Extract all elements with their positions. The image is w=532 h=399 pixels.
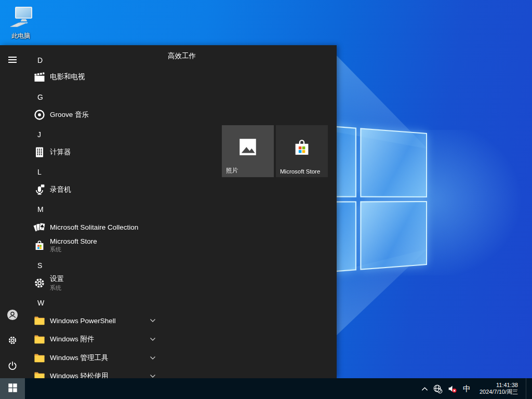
app-label: Windows 管理工具 — [50, 353, 109, 363]
section-letter-label: G — [37, 93, 43, 101]
folder-icon — [33, 352, 46, 364]
section-letter-label: S — [37, 261, 42, 270]
user-account-button[interactable] — [7, 310, 18, 321]
app-label: Windows 附件 — [50, 335, 95, 344]
calculator-icon — [33, 146, 46, 158]
app-item[interactable]: 计算器 — [25, 143, 166, 161]
app-item[interactable]: Microsoft Solitaire Collection — [25, 218, 166, 236]
chevron-down-icon[interactable] — [150, 318, 156, 323]
clock-time: 11:41:38 — [480, 382, 518, 389]
clock-date: 2024/7/10/周三 — [480, 389, 518, 396]
taskbar-clock[interactable]: 11:41:38 2024/7/10/周三 — [476, 382, 521, 396]
this-pc-icon — [7, 22, 34, 31]
app-label: Microsoft Solitaire Collection — [50, 223, 138, 231]
this-pc-label: 此电脑 — [5, 32, 36, 41]
volume-muted-icon[interactable] — [447, 384, 457, 394]
app-label: Microsoft Store — [50, 237, 97, 245]
logo-pane — [360, 201, 427, 270]
app-item[interactable]: 电影和电视 — [25, 68, 166, 86]
section-letter-J[interactable]: J — [25, 127, 166, 142]
section-letter-label: D — [37, 56, 43, 64]
start-menu-rail — [0, 45, 25, 378]
tile-photos[interactable]: 照片 — [222, 125, 274, 177]
folder-item[interactable]: Windows 附件 — [25, 330, 166, 348]
ime-indicator[interactable]: 中 — [462, 384, 472, 394]
tile-label: 照片 — [226, 167, 273, 175]
logo-pane — [360, 128, 427, 197]
app-item[interactable]: 设置系统 — [25, 272, 166, 294]
section-letter-W[interactable]: W — [25, 295, 166, 311]
start-menu-app-list: D电影和电视GGroove 音乐J计算器L录音机MMicrosoft Solit… — [25, 45, 166, 378]
chevron-down-icon[interactable] — [150, 374, 156, 378]
chevron-down-icon[interactable] — [150, 356, 156, 360]
tile-group-title[interactable]: 高效工作 — [168, 49, 196, 63]
movies-tv-icon — [33, 71, 46, 83]
hamburger-menu-button[interactable] — [7, 55, 18, 66]
folder-item[interactable]: Windows 管理工具 — [25, 349, 166, 367]
tile-label: Microsoft Store — [280, 168, 327, 175]
power-button[interactable] — [7, 361, 18, 372]
show-desktop-button[interactable] — [526, 378, 529, 399]
store-icon — [290, 136, 313, 158]
app-label: 计算器 — [50, 148, 71, 157]
hamburger-icon — [7, 55, 18, 66]
settings-gear-icon — [33, 277, 46, 289]
section-letter-label: M — [37, 205, 44, 214]
folder-item[interactable]: Windows PowerShell — [25, 312, 166, 329]
app-label: 设置 — [50, 274, 64, 284]
folder-icon — [33, 370, 46, 378]
section-letter-M[interactable]: M — [25, 202, 166, 217]
section-letter-G[interactable]: G — [25, 89, 166, 105]
app-item[interactable]: 录音机 — [25, 181, 166, 198]
taskbar: 中 11:41:38 2024/7/10/周三 — [0, 378, 532, 399]
app-label: 电影和电视 — [50, 72, 85, 82]
section-letter-label: W — [37, 299, 44, 307]
chevron-up-icon[interactable] — [421, 387, 428, 391]
photos-icon — [237, 136, 259, 158]
tile-microsoft-store[interactable]: Microsoft Store — [276, 125, 328, 177]
app-item[interactable]: Microsoft Store系统 — [25, 234, 166, 256]
this-pc-shortcut[interactable]: 此电脑 — [5, 6, 36, 41]
system-tray: 中 11:41:38 2024/7/10/周三 — [421, 378, 532, 399]
folder-icon — [33, 333, 46, 345]
app-label: Groove 音乐 — [50, 110, 89, 119]
section-letter-label: J — [37, 130, 41, 139]
section-letter-label: L — [37, 168, 42, 176]
windows-logo-icon — [7, 382, 18, 395]
section-letter-S[interactable]: S — [25, 258, 166, 273]
start-menu: D电影和电视GGroove 音乐J计算器L录音机MMicrosoft Solit… — [0, 45, 337, 378]
solitaire-icon — [33, 221, 46, 233]
user-icon — [7, 309, 18, 322]
app-sublabel: 系统 — [50, 246, 97, 254]
power-icon — [7, 361, 18, 373]
app-label: Windows PowerShell — [50, 317, 116, 325]
voice-recorder-icon — [33, 183, 46, 196]
folder-item[interactable]: Windows 轻松使用 — [25, 367, 166, 378]
app-label: Windows 轻松使用 — [50, 371, 109, 378]
section-letter-D[interactable]: D — [25, 52, 166, 68]
settings-rail-button[interactable] — [7, 335, 18, 347]
app-item[interactable]: Groove 音乐 — [25, 106, 166, 124]
app-label: 录音机 — [50, 185, 71, 194]
desktop-screen: 此电脑 — [0, 0, 532, 399]
folder-icon — [33, 314, 46, 327]
gear-icon — [7, 335, 18, 347]
chevron-down-icon[interactable] — [150, 337, 156, 341]
store-icon — [33, 239, 46, 251]
groove-music-icon — [33, 109, 46, 121]
start-button[interactable] — [0, 378, 25, 399]
app-sublabel: 系统 — [50, 284, 64, 292]
network-no-internet-icon[interactable] — [433, 384, 443, 394]
section-letter-L[interactable]: L — [25, 164, 166, 180]
